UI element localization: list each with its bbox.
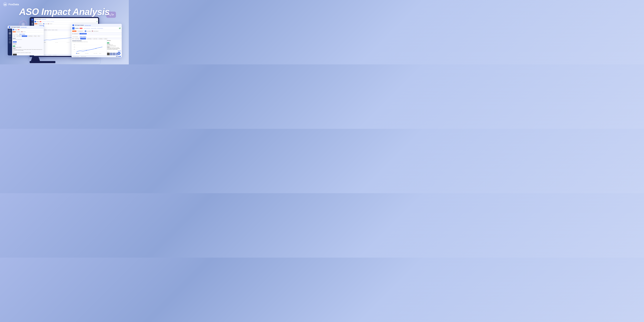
- right-event-header: 2024-08-02 ✕: [107, 40, 121, 41]
- svg-text:FoxData: FoxData: [82, 48, 88, 50]
- tab-event-timeline-left[interactable]: Event Timeline: [13, 34, 18, 35]
- left-panel-sidebar: [8, 28, 12, 56]
- right-competitors-row: My competitors (0) + Add Competitor: [72, 32, 122, 35]
- svg-text:600k: 600k: [74, 44, 75, 45]
- monitor-filter-customize[interactable]: Customize: [52, 30, 54, 30]
- left-filter-phone[interactable]: Phone: [34, 36, 37, 37]
- update-description: To make Roblox work better for you, we d…: [13, 49, 43, 51]
- right-nav-dots: [116, 56, 121, 57]
- version-number-text: Released version 2,069,09: [13, 47, 43, 48]
- right-version-num: 2021-08-02 06:00:55: [107, 44, 121, 45]
- right-keywords-link[interactable]: Keywords Portfolio: [91, 28, 96, 29]
- right-chart-title: Estimated Downloads: [72, 40, 106, 41]
- sidebar-icon-3[interactable]: [9, 35, 11, 38]
- monitor-nav-link-3[interactable]: Reviews/Feedbacks: [50, 22, 54, 22]
- left-btn-trending[interactable]: Trending: [12, 31, 16, 32]
- monitor-app-row: Roblox Game Apps & Achievements | Keywor…: [34, 20, 98, 23]
- monitor-game-badge: Game: [40, 21, 41, 22]
- sidebar-icon-1[interactable]: [9, 29, 11, 32]
- monitor-separator-1: |: [46, 22, 46, 22]
- right-competitors-label: My competitors (0): [72, 33, 79, 34]
- right-nav-dot-3: [120, 56, 121, 57]
- svg-text:Nov 3, 2021: Nov 3, 2021: [94, 53, 97, 54]
- right-released: Released version 2,069,003: [107, 46, 121, 46]
- right-nav-dot-2: [118, 56, 119, 57]
- chat-bubble-btn[interactable]: 💬: [118, 52, 120, 55]
- monitor-sidebar-icon-2[interactable]: [32, 23, 33, 24]
- monitor-play-btn[interactable]: [43, 23, 44, 24]
- monitor-competitor-btn[interactable]: As Competitor Po...: [38, 23, 43, 24]
- monitor-filter-90days[interactable]: Last 90 Days: [44, 30, 47, 30]
- sidebar-icon-5[interactable]: [9, 41, 11, 44]
- right-filter-90days[interactable]: Last 90 Days: [86, 38, 92, 40]
- svg-text:Apr 29: Apr 29: [99, 53, 101, 54]
- events-section-title: Events: [13, 38, 43, 39]
- monitor-trending-btn[interactable]: Trending: [34, 23, 37, 24]
- right-apps-link[interactable]: Apps & Achievements: [84, 28, 90, 29]
- note-label: Note: [13, 51, 43, 52]
- left-filter-7days[interactable]: Last 7 Days: [16, 36, 21, 37]
- left-panel-app-icon: [9, 26, 10, 28]
- right-flag: 🇺🇸: [92, 30, 93, 32]
- right-app-select[interactable]: FoxchatMob ▾: [87, 31, 91, 32]
- right-view-more[interactable]: View More: [118, 50, 121, 51]
- right-tab-event[interactable]: Event Timeline: [72, 36, 78, 38]
- monitor-country: United States ▾: [49, 24, 52, 24]
- monitor-stand: [30, 57, 41, 61]
- left-flag: 🇺🇸: [22, 31, 22, 32]
- monitor-filter-dismiss[interactable]: Dismiss: [55, 30, 58, 30]
- right-reviews-link[interactable]: Reviews/Feedbacks: [97, 28, 103, 29]
- left-filter-date[interactable]: Date: [13, 36, 16, 37]
- right-panel-topbar: ASO Impact Analysis How does it work?: [72, 24, 122, 27]
- right-add-competitor-btn[interactable]: + Add Competitor: [80, 33, 87, 34]
- monitor-nav-links: Apps & Achievements | Keywords Portfolio…: [42, 22, 54, 22]
- svg-text:Nov 3, 2021: Nov 3, 2021: [67, 42, 70, 43]
- brand-name: FoxData: [8, 3, 19, 6]
- monitor-flag: 🇺🇸: [48, 23, 49, 24]
- right-tab-impact[interactable]: Impact Analysis: [80, 36, 86, 38]
- right-update-label: Update :: [107, 47, 121, 48]
- monitor-base: [30, 61, 56, 63]
- left-app-badge: Game: [18, 29, 20, 30]
- right-game-badge: Game: [80, 28, 82, 29]
- footer-about[interactable]: About Us: [44, 55, 46, 56]
- right-how-link[interactable]: How does it work?: [84, 25, 91, 26]
- update-label: Update :: [13, 48, 43, 49]
- right-filter-customize[interactable]: Customize: [98, 38, 103, 40]
- left-filter-ipad[interactable]: iPad: [38, 36, 40, 37]
- right-filter-dismiss[interactable]: Dismiss: [104, 38, 108, 40]
- svg-point-2: [6, 4, 6, 4]
- monitor-nav-link-1[interactable]: Apps & Achievements: [42, 22, 46, 22]
- note-text: There is no such thing as a plan which i…: [13, 52, 43, 53]
- left-btn-competitor[interactable]: As Competitor Po...: [16, 31, 21, 32]
- left-filter-90days[interactable]: Last 90 Days: [28, 36, 33, 37]
- monitor-how-link[interactable]: How does it work?: [42, 19, 46, 20]
- monitor-app-select[interactable]: FoxchatMob ▾: [45, 24, 48, 24]
- footer-privacy[interactable]: Privacy Policy: [48, 55, 51, 56]
- monitor-page-title: ASO Impact Analysis: [35, 19, 41, 20]
- right-trending-btn[interactable]: Trending: [72, 30, 76, 32]
- right-competitor-btn[interactable]: As Competitor Po...: [77, 30, 84, 32]
- footer-terms[interactable]: Terms of Service: [53, 55, 56, 56]
- monitor-filter-1year[interactable]: Last 1 Year: [48, 30, 51, 30]
- right-event-close[interactable]: ✕: [120, 40, 121, 41]
- right-filter-7days[interactable]: Last 7 Days: [74, 38, 80, 40]
- left-panel-how-link[interactable]: How does it work?: [21, 27, 27, 28]
- left-app-icon: [13, 29, 14, 30]
- right-bottom-bar: ASO Impact Analysis | Global Overview: [72, 55, 122, 57]
- left-filter-30days[interactable]: Last 30 Days: [22, 36, 27, 37]
- tab-impact-analysis-left[interactable]: Impact Analysis: [19, 34, 25, 35]
- right-play-btn[interactable]: [85, 30, 86, 32]
- sidebar-icon-4[interactable]: [9, 38, 11, 40]
- svg-text:Roblox+: Roblox+: [44, 42, 46, 42]
- left-panel-filter: Date Last 7 Days Last 30 Days Last 90 Da…: [12, 35, 44, 37]
- monitor-sidebar-logo: [32, 19, 33, 20]
- right-filter-1year[interactable]: Last 1 Year: [92, 38, 98, 40]
- svg-text:Jul 24, 2021: Jul 24, 2021: [55, 42, 58, 43]
- right-filter-30days[interactable]: Last 30 Days: [80, 38, 86, 40]
- monitor-nav-link-2[interactable]: Keywords Portfolio: [47, 22, 50, 22]
- sidebar-icon-2[interactable]: [9, 32, 11, 34]
- monitor-sidebar-icon-1[interactable]: [32, 22, 33, 23]
- right-panel-title: ASO Impact Analysis: [75, 25, 84, 26]
- monitor-app-name: Roblox: [36, 21, 39, 22]
